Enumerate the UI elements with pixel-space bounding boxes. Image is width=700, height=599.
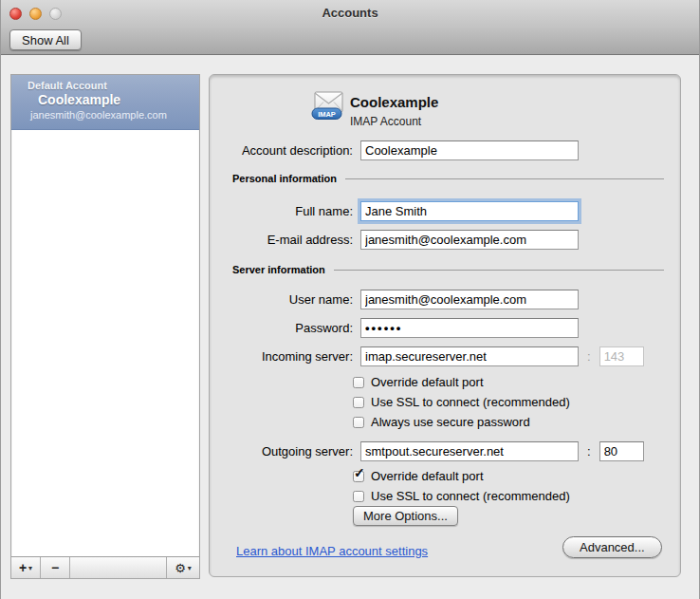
add-account-button[interactable]: + ▾ bbox=[11, 557, 41, 578]
default-account-header: Default Account bbox=[28, 80, 199, 91]
imap-badge-label: IMAP bbox=[318, 110, 336, 119]
outgoing-ssl-checkbox-row: Use SSL to connect (recommended) bbox=[353, 489, 570, 503]
account-settings-panel: IMAP Coolexample IMAP Account Account de… bbox=[209, 74, 681, 577]
incoming-override-port-label[interactable]: Override default port bbox=[371, 375, 484, 389]
account-description-row: Account description: bbox=[213, 140, 579, 160]
minus-icon: − bbox=[51, 560, 59, 575]
incoming-server-row: Incoming server: : bbox=[213, 346, 644, 366]
port-separator: : bbox=[587, 444, 591, 459]
outgoing-override-port-checkbox-row: ✓ Override default port bbox=[353, 469, 484, 483]
email-address-label: E-mail address: bbox=[213, 233, 360, 247]
checkbox-unchecked[interactable] bbox=[353, 491, 364, 502]
incoming-ssl-checkbox-row: Use SSL to connect (recommended) bbox=[353, 395, 570, 409]
email-address-input[interactable] bbox=[360, 230, 579, 250]
account-list-item-selected[interactable]: Default Account Coolexample janesmith@co… bbox=[11, 75, 199, 130]
account-actions-button[interactable]: ⚙ ▾ bbox=[166, 557, 199, 578]
email-address-row: E-mail address: bbox=[213, 229, 579, 250]
incoming-ssl-label[interactable]: Use SSL to connect (recommended) bbox=[371, 395, 570, 409]
secure-password-checkbox-row: Always use secure password bbox=[353, 415, 530, 429]
accounts-sidebar: Default Account Coolexample janesmith@co… bbox=[10, 74, 200, 579]
password-row: Password: bbox=[213, 317, 579, 338]
outgoing-server-label: Outgoing server: bbox=[213, 444, 360, 459]
outgoing-port-input[interactable] bbox=[599, 441, 644, 461]
sidebar-footer: + ▾ − ⚙ ▾ bbox=[11, 556, 199, 578]
personal-information-heading: Personal information bbox=[232, 173, 337, 184]
titlebar: Accounts Show All bbox=[1, 0, 699, 55]
gear-icon: ⚙ bbox=[175, 561, 186, 575]
accounts-window: Accounts Show All Default Account Coolex… bbox=[0, 0, 700, 599]
remove-account-button[interactable]: − bbox=[41, 557, 70, 578]
incoming-override-port-checkbox-row: Override default port bbox=[353, 375, 484, 389]
panel-account-title: Coolexample bbox=[350, 94, 438, 110]
incoming-port-input bbox=[599, 346, 644, 366]
user-name-row: User name: bbox=[213, 289, 579, 309]
outgoing-override-port-label[interactable]: Override default port bbox=[371, 469, 484, 483]
account-email: janesmith@coolexample.com bbox=[30, 109, 199, 121]
outgoing-server-input[interactable] bbox=[360, 441, 579, 461]
more-options-button[interactable]: More Options... bbox=[353, 506, 458, 526]
personal-information-section: Personal information bbox=[232, 173, 664, 184]
plus-icon: + bbox=[19, 560, 27, 575]
section-divider bbox=[345, 178, 664, 179]
incoming-server-input[interactable] bbox=[360, 346, 579, 366]
imap-envelope-icon: IMAP bbox=[310, 90, 346, 126]
outgoing-server-row: Outgoing server: : bbox=[213, 440, 644, 461]
password-label: Password: bbox=[213, 321, 360, 335]
full-name-row: Full name: bbox=[213, 200, 579, 221]
full-name-label: Full name: bbox=[213, 204, 360, 218]
server-information-heading: Server information bbox=[232, 264, 325, 275]
user-name-label: User name: bbox=[213, 292, 360, 307]
incoming-server-label: Incoming server: bbox=[213, 349, 360, 364]
checkbox-unchecked[interactable] bbox=[353, 397, 364, 408]
checkbox-unchecked[interactable] bbox=[353, 377, 364, 388]
user-name-input[interactable] bbox=[360, 290, 579, 309]
password-input[interactable] bbox=[360, 318, 579, 338]
advanced-button[interactable]: Advanced... bbox=[562, 536, 662, 558]
show-all-button[interactable]: Show All bbox=[9, 29, 82, 50]
chevron-down-icon: ▾ bbox=[188, 564, 192, 572]
full-name-input[interactable] bbox=[360, 201, 579, 221]
section-divider bbox=[334, 270, 664, 271]
window-title: Accounts bbox=[1, 6, 699, 20]
account-name: Coolexample bbox=[38, 92, 199, 107]
chevron-down-icon: ▾ bbox=[28, 564, 32, 572]
learn-about-imap-link[interactable]: Learn about IMAP account settings bbox=[236, 544, 428, 558]
checkbox-unchecked[interactable] bbox=[353, 417, 364, 428]
panel-account-type: IMAP Account bbox=[350, 115, 421, 128]
checkbox-checked[interactable]: ✓ bbox=[353, 471, 364, 482]
server-information-section: Server information bbox=[232, 264, 664, 275]
account-description-input[interactable] bbox=[360, 140, 579, 160]
secure-password-label[interactable]: Always use secure password bbox=[371, 415, 530, 429]
account-description-label: Account description: bbox=[213, 143, 360, 158]
outgoing-ssl-label[interactable]: Use SSL to connect (recommended) bbox=[371, 489, 570, 503]
port-separator: : bbox=[587, 349, 591, 364]
